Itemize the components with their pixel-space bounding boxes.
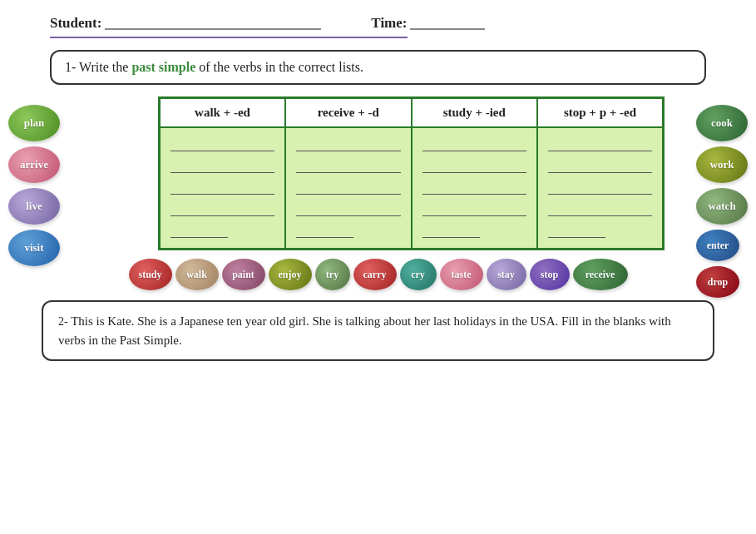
oval-arrive[interactable]: arrive [8,146,60,183]
oval-try[interactable]: try [315,259,350,290]
oval-walk[interactable]: walk [175,259,219,290]
oval-live[interactable]: live [8,188,60,225]
oval-drop[interactable]: drop [696,266,739,298]
instruction1-suffix: of the verbs in the correct lists. [195,60,363,74]
cell-line [548,138,652,151]
oval-taste[interactable]: taste [440,259,483,290]
cell-line [422,181,527,195]
header: Student: Time: [0,0,756,32]
cell-1-0 [285,127,412,250]
cell-3-0 [537,127,664,250]
oval-plan[interactable]: plan [8,105,60,141]
oval-cook[interactable]: cook [696,105,748,141]
instruction-box-1: 1- Write the past simple of the verbs in… [50,50,706,85]
cell-lines [170,133,274,243]
cell-line [170,138,274,151]
instruction1-highlight: past simple [131,60,195,74]
col-header-1: receive + -d [285,98,412,128]
cell-line [548,225,605,238]
cell-lines [422,133,527,243]
cell-line [422,138,527,151]
header-underline [50,37,408,38]
cell-line [170,203,274,216]
col-header-2: study + -ied [412,98,538,128]
cell-lines [296,133,401,243]
left-ovals: plan arrive live visit [8,96,60,266]
instruction1-prefix: 1- Write the [65,60,131,74]
table-row [160,127,664,250]
col-header-0: walk + -ed [160,98,286,128]
cell-line [170,181,274,195]
cell-2-0 [412,127,538,250]
cell-lines [548,133,652,243]
cell-line [296,138,401,151]
cell-line [170,225,228,238]
instruction-box-2: 2- This is Kate. She is a Japanese ten y… [42,300,714,361]
oval-watch[interactable]: watch [696,188,748,225]
cell-line [422,203,527,216]
cell-line [548,160,652,173]
oval-paint[interactable]: paint [222,259,265,290]
cell-line [422,225,480,238]
oval-enjoy[interactable]: enjoy [269,259,312,290]
time-line [410,28,485,30]
instruction2-text: This is Kate. She is a Japanese ten year… [58,314,671,347]
cell-line [296,225,353,238]
cell-line [548,203,652,216]
time-label: Time: [371,15,407,32]
cell-line [296,160,401,173]
oval-carry[interactable]: carry [353,259,397,290]
bottom-ovals: study walk paint enjoy try carry cry tas… [58,259,698,290]
student-line [105,28,321,30]
right-ovals: cook work watch enter drop [696,96,748,298]
cell-line [170,160,274,173]
instruction2-num: 2- [58,315,68,328]
oval-visit[interactable]: visit [8,230,60,266]
cell-0-0 [160,127,286,250]
col-header-3: stop + p + -ed [537,98,664,128]
cell-line [548,181,652,195]
verb-table: walk + -ed receive + -d study + -ied sto… [158,96,665,250]
cell-line [422,160,527,173]
oval-cry[interactable]: cry [400,259,437,290]
student-label: Student: [50,15,101,32]
oval-stay[interactable]: stay [487,259,526,290]
main-area: plan arrive live visit cook work watch e… [0,96,756,250]
oval-stop[interactable]: stop [530,259,570,290]
oval-study[interactable]: study [129,259,172,290]
oval-work[interactable]: work [696,146,748,183]
oval-receive[interactable]: receive [573,259,628,290]
cell-line [296,181,401,195]
oval-enter[interactable]: enter [696,230,739,261]
cell-line [296,203,401,216]
verb-table-wrapper: walk + -ed receive + -d study + -ied sto… [158,96,665,250]
